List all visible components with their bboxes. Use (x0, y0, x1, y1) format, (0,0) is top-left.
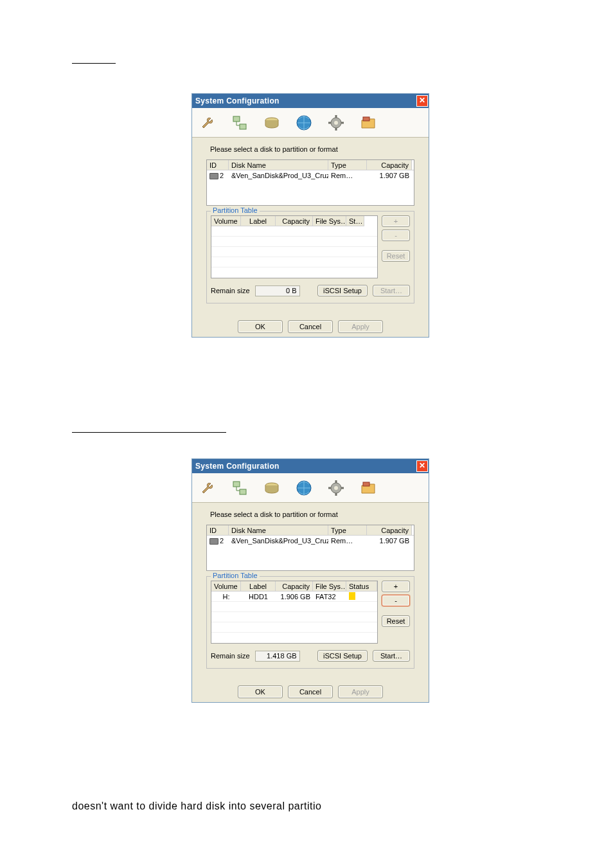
disk-id: 2 (220, 172, 224, 179)
col-capacity: Capacity (367, 525, 412, 535)
disk-row[interactable]: 2 &Ven_SanDisk&Prod_U3_Cruze… Rem… 1.907… (207, 170, 414, 181)
apply-button[interactable]: Apply (338, 685, 383, 698)
col-status: St… (346, 216, 364, 226)
globe-icon[interactable] (294, 113, 314, 133)
partition-table-group: Partition Table Volume Label Capacity Fi… (206, 576, 414, 669)
col-capacity: Capacity (367, 160, 412, 170)
page-header-underline (72, 51, 116, 64)
partition-row-empty (211, 257, 377, 267)
col-filesys: File Sys… (313, 216, 346, 226)
close-icon[interactable]: ✕ (416, 460, 428, 472)
disk-icon[interactable] (262, 478, 282, 498)
body-line: doesn't want to divide hard disk into se… (72, 800, 321, 811)
disk-list[interactable]: ID Disk Name Type Capacity 2 &Ven_SanDis… (206, 159, 414, 206)
row-volume: H: (211, 593, 241, 601)
wrench-icon[interactable] (197, 478, 218, 498)
col-volume: Volume (211, 216, 241, 226)
toolbar (192, 473, 429, 503)
disk-list-header: ID Disk Name Type Capacity (207, 525, 414, 536)
add-partition-button[interactable]: + (382, 581, 410, 592)
row-capacity: 1.906 GB (276, 593, 313, 601)
ok-button[interactable]: OK (238, 685, 283, 698)
partition-table[interactable]: Volume Label Capacity File Sys… St… (211, 215, 378, 278)
add-partition-button[interactable]: + (382, 215, 410, 227)
partition-row-empty (211, 247, 377, 257)
col-type: Type (328, 160, 367, 170)
start-button[interactable]: Start… (373, 650, 410, 662)
remove-partition-button[interactable]: - (382, 230, 410, 241)
col-filesys: File Sys… (313, 581, 346, 592)
gear-icon[interactable] (326, 478, 346, 498)
svg-rect-11 (233, 482, 240, 487)
instruction-text: Please select a disk to partition or for… (210, 511, 417, 518)
disk-icon[interactable] (262, 113, 282, 133)
disk-name: &Ven_SanDisk&Prod_U3_Cruze… (229, 172, 328, 179)
reset-button[interactable]: Reset (382, 250, 410, 262)
iscsi-setup-button[interactable]: iSCSI Setup (317, 285, 368, 296)
svg-rect-21 (363, 482, 369, 486)
body-paragraph: doesn't want to divide hard disk into se… (72, 800, 321, 812)
col-pcapacity: Capacity (276, 581, 313, 592)
svg-rect-10 (363, 117, 369, 121)
disk-list-header: ID Disk Name Type Capacity (207, 160, 414, 170)
dialog-footer: OK Cancel Apply (192, 679, 429, 702)
dialog-footer: OK Cancel Apply (192, 314, 429, 337)
apply-button[interactable]: Apply (338, 320, 383, 333)
partition-row-empty (211, 226, 377, 237)
col-id: ID (207, 525, 229, 535)
gear-icon[interactable] (326, 113, 346, 133)
col-volume: Volume (211, 581, 241, 592)
folder-icon[interactable] (358, 113, 378, 133)
col-id: ID (207, 160, 229, 170)
partition-row-empty (211, 602, 377, 612)
partition-table-group: Partition Table Volume Label Capacity Fi… (206, 211, 414, 303)
start-button[interactable]: Start… (373, 285, 410, 296)
partition-row-empty (211, 622, 377, 633)
col-label: Label (241, 581, 276, 592)
remain-size-value: 1.418 GB (255, 651, 300, 662)
reset-button[interactable]: Reset (382, 615, 410, 627)
disk-name: &Ven_SanDisk&Prod_U3_Cruze… (229, 537, 328, 545)
system-configuration-window-2: System Configuration ✕ Please select a d… (191, 458, 429, 703)
col-disk-name: Disk Name (229, 525, 328, 535)
row-label: HDD1 (241, 593, 276, 601)
section-underline (72, 420, 226, 433)
folder-icon[interactable] (358, 478, 378, 498)
partition-header: Volume Label Capacity File Sys… Status (211, 581, 377, 592)
ok-button[interactable]: OK (238, 320, 283, 333)
disk-capacity: 1.907 GB (367, 537, 412, 545)
network-icon[interactable] (229, 113, 250, 133)
window-title: System Configuration (195, 462, 280, 471)
close-icon[interactable]: ✕ (416, 95, 428, 107)
hdd-icon (209, 538, 218, 545)
partition-table[interactable]: Volume Label Capacity File Sys… Status H… (211, 581, 378, 644)
wrench-icon[interactable] (197, 113, 218, 133)
partition-row-empty (211, 612, 377, 622)
remain-size-value: 0 B (255, 285, 300, 296)
remain-size-label: Remain size (211, 287, 250, 294)
partition-row[interactable]: H: HDD1 1.906 GB FAT32 (211, 592, 377, 602)
partition-legend: Partition Table (211, 572, 260, 579)
iscsi-setup-button[interactable]: iSCSI Setup (317, 650, 368, 662)
remain-size-label: Remain size (211, 652, 250, 660)
row-filesys: FAT32 (313, 593, 346, 601)
titlebar: System Configuration ✕ (192, 94, 429, 108)
partition-row-empty (211, 237, 377, 247)
disk-list[interactable]: ID Disk Name Type Capacity 2 &Ven_SanDis… (206, 525, 414, 571)
col-disk-name: Disk Name (229, 160, 328, 170)
disk-type: Rem… (328, 172, 367, 179)
network-icon[interactable] (229, 478, 250, 498)
system-configuration-window-1: System Configuration ✕ Please select a d… (191, 93, 429, 338)
remove-partition-button[interactable]: - (382, 595, 410, 606)
svg-rect-12 (240, 489, 246, 494)
partition-legend: Partition Table (211, 206, 260, 214)
hdd-icon (209, 173, 218, 179)
disk-row[interactable]: 2 &Ven_SanDisk&Prod_U3_Cruze… Rem… 1.907… (207, 536, 414, 546)
instruction-text: Please select a disk to partition or for… (210, 145, 417, 153)
toolbar (192, 108, 429, 138)
svg-point-5 (334, 121, 338, 125)
cancel-button[interactable]: Cancel (288, 685, 333, 698)
cancel-button[interactable]: Cancel (288, 320, 333, 333)
globe-icon[interactable] (294, 478, 314, 498)
col-status: Status (346, 581, 377, 592)
